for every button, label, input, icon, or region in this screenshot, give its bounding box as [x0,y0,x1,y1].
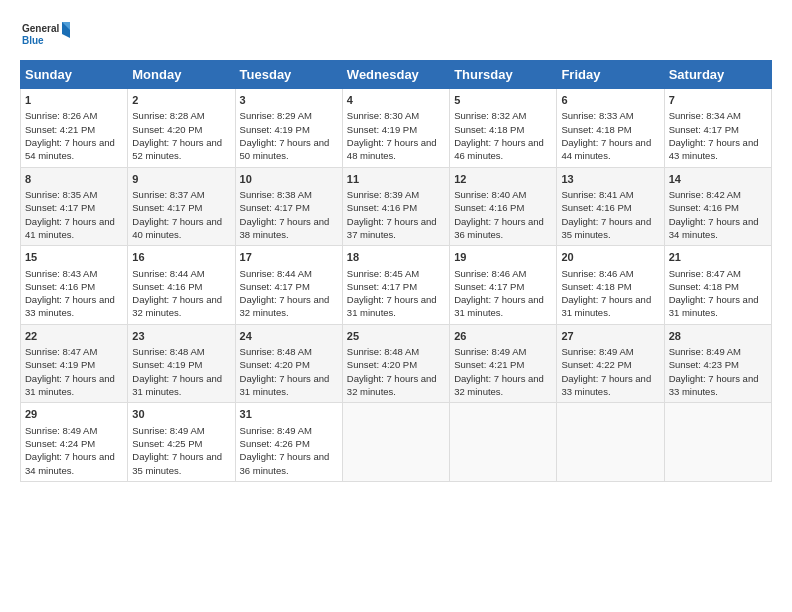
sunset: Sunset: 4:17 PM [25,202,95,213]
sunrise: Sunrise: 8:49 AM [132,425,204,436]
daylight: Daylight: 7 hours and 32 minutes. [132,294,222,318]
sunset: Sunset: 4:19 PM [132,359,202,370]
calendar-cell: 14Sunrise: 8:42 AMSunset: 4:16 PMDayligh… [664,167,771,246]
sunrise: Sunrise: 8:45 AM [347,268,419,279]
day-number: 15 [25,250,123,265]
sunset: Sunset: 4:16 PM [25,281,95,292]
daylight: Daylight: 7 hours and 36 minutes. [454,216,544,240]
calendar-cell: 25Sunrise: 8:48 AMSunset: 4:20 PMDayligh… [342,324,449,403]
calendar-cell: 7Sunrise: 8:34 AMSunset: 4:17 PMDaylight… [664,89,771,168]
day-number: 17 [240,250,338,265]
day-number: 31 [240,407,338,422]
day-number: 3 [240,93,338,108]
daylight: Daylight: 7 hours and 32 minutes. [454,373,544,397]
daylight: Daylight: 7 hours and 33 minutes. [25,294,115,318]
calendar-cell [342,403,449,482]
sunset: Sunset: 4:18 PM [454,124,524,135]
daylight: Daylight: 7 hours and 37 minutes. [347,216,437,240]
sunset: Sunset: 4:18 PM [669,281,739,292]
sunrise: Sunrise: 8:49 AM [25,425,97,436]
sunrise: Sunrise: 8:40 AM [454,189,526,200]
day-number: 26 [454,329,552,344]
sunset: Sunset: 4:18 PM [561,281,631,292]
daylight: Daylight: 7 hours and 35 minutes. [561,216,651,240]
sunset: Sunset: 4:21 PM [454,359,524,370]
calendar-cell: 11Sunrise: 8:39 AMSunset: 4:16 PMDayligh… [342,167,449,246]
sunset: Sunset: 4:22 PM [561,359,631,370]
calendar-cell: 24Sunrise: 8:48 AMSunset: 4:20 PMDayligh… [235,324,342,403]
day-number: 11 [347,172,445,187]
sunrise: Sunrise: 8:42 AM [669,189,741,200]
header: General Blue [20,18,772,54]
day-number: 18 [347,250,445,265]
sunrise: Sunrise: 8:46 AM [561,268,633,279]
sunset: Sunset: 4:25 PM [132,438,202,449]
sunset: Sunset: 4:16 PM [347,202,417,213]
daylight: Daylight: 7 hours and 38 minutes. [240,216,330,240]
header-day-thursday: Thursday [450,61,557,89]
calendar-cell [450,403,557,482]
sunset: Sunset: 4:19 PM [347,124,417,135]
daylight: Daylight: 7 hours and 36 minutes. [240,451,330,475]
header-day-tuesday: Tuesday [235,61,342,89]
daylight: Daylight: 7 hours and 31 minutes. [454,294,544,318]
logo-svg: General Blue [20,18,70,54]
calendar-cell: 26Sunrise: 8:49 AMSunset: 4:21 PMDayligh… [450,324,557,403]
calendar-cell: 2Sunrise: 8:28 AMSunset: 4:20 PMDaylight… [128,89,235,168]
day-number: 21 [669,250,767,265]
sunset: Sunset: 4:17 PM [347,281,417,292]
daylight: Daylight: 7 hours and 54 minutes. [25,137,115,161]
day-number: 5 [454,93,552,108]
sunset: Sunset: 4:16 PM [132,281,202,292]
sunset: Sunset: 4:20 PM [240,359,310,370]
daylight: Daylight: 7 hours and 44 minutes. [561,137,651,161]
sunrise: Sunrise: 8:43 AM [25,268,97,279]
svg-text:General: General [22,23,59,34]
day-number: 8 [25,172,123,187]
calendar-cell: 30Sunrise: 8:49 AMSunset: 4:25 PMDayligh… [128,403,235,482]
sunset: Sunset: 4:19 PM [240,124,310,135]
day-number: 16 [132,250,230,265]
sunrise: Sunrise: 8:38 AM [240,189,312,200]
calendar-header-row: SundayMondayTuesdayWednesdayThursdayFrid… [21,61,772,89]
header-day-sunday: Sunday [21,61,128,89]
day-number: 30 [132,407,230,422]
sunset: Sunset: 4:16 PM [454,202,524,213]
sunset: Sunset: 4:18 PM [561,124,631,135]
calendar-week-5: 29Sunrise: 8:49 AMSunset: 4:24 PMDayligh… [21,403,772,482]
daylight: Daylight: 7 hours and 31 minutes. [240,373,330,397]
daylight: Daylight: 7 hours and 35 minutes. [132,451,222,475]
sunset: Sunset: 4:20 PM [347,359,417,370]
sunrise: Sunrise: 8:49 AM [454,346,526,357]
sunrise: Sunrise: 8:49 AM [561,346,633,357]
day-number: 19 [454,250,552,265]
calendar-cell: 6Sunrise: 8:33 AMSunset: 4:18 PMDaylight… [557,89,664,168]
calendar-cell: 10Sunrise: 8:38 AMSunset: 4:17 PMDayligh… [235,167,342,246]
daylight: Daylight: 7 hours and 52 minutes. [132,137,222,161]
svg-text:Blue: Blue [22,35,44,46]
day-number: 20 [561,250,659,265]
daylight: Daylight: 7 hours and 31 minutes. [132,373,222,397]
daylight: Daylight: 7 hours and 31 minutes. [561,294,651,318]
logo: General Blue [20,18,70,54]
sunrise: Sunrise: 8:26 AM [25,110,97,121]
calendar-week-2: 8Sunrise: 8:35 AMSunset: 4:17 PMDaylight… [21,167,772,246]
calendar-cell: 19Sunrise: 8:46 AMSunset: 4:17 PMDayligh… [450,246,557,325]
calendar-week-4: 22Sunrise: 8:47 AMSunset: 4:19 PMDayligh… [21,324,772,403]
daylight: Daylight: 7 hours and 50 minutes. [240,137,330,161]
sunrise: Sunrise: 8:39 AM [347,189,419,200]
daylight: Daylight: 7 hours and 31 minutes. [669,294,759,318]
day-number: 13 [561,172,659,187]
calendar-cell [664,403,771,482]
daylight: Daylight: 7 hours and 34 minutes. [669,216,759,240]
header-day-friday: Friday [557,61,664,89]
sunrise: Sunrise: 8:28 AM [132,110,204,121]
sunrise: Sunrise: 8:44 AM [240,268,312,279]
header-day-saturday: Saturday [664,61,771,89]
day-number: 27 [561,329,659,344]
day-number: 2 [132,93,230,108]
sunrise: Sunrise: 8:48 AM [240,346,312,357]
sunrise: Sunrise: 8:37 AM [132,189,204,200]
calendar-cell: 28Sunrise: 8:49 AMSunset: 4:23 PMDayligh… [664,324,771,403]
sunrise: Sunrise: 8:48 AM [132,346,204,357]
